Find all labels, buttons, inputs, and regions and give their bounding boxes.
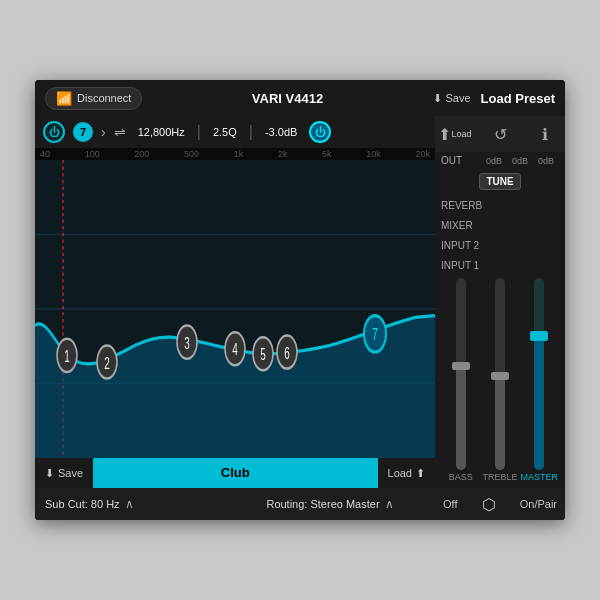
q-value: 2.5Q: [209, 124, 241, 140]
load-right-button[interactable]: ⬆ Load: [441, 120, 469, 148]
preset-name[interactable]: Club: [93, 458, 377, 488]
info-button[interactable]: ℹ: [531, 120, 559, 148]
power-right-button[interactable]: ⏻: [309, 121, 331, 143]
bass-fader-col: BASS: [441, 278, 480, 484]
right-footer: Off ⬡ On/Pair: [435, 488, 565, 520]
load-bottom-button[interactable]: Load ⬆: [378, 467, 435, 480]
ch3-db-label: 0dB: [533, 156, 559, 166]
load-right-label: Load: [451, 129, 471, 139]
svg-text:2: 2: [104, 354, 110, 372]
reverb-row: REVERB: [435, 194, 565, 214]
right-panel: ⬆ Load ↺ ℹ OUT 0dB 0dB 0dB TUNE: [435, 116, 565, 520]
input2-label: INPUT 2: [441, 240, 479, 251]
load-bottom-label: Load: [388, 467, 412, 479]
treble-fader-col: TREBLE: [480, 278, 519, 484]
device-name: VARI V4412: [152, 91, 422, 106]
ch1-db-label: 0dB: [481, 156, 507, 166]
download-icon: ⬇: [433, 92, 442, 105]
top-bar: 📶 Disconnect VARI V4412 ⬇ Save Load Pres…: [35, 80, 565, 116]
footer: Sub Cut: 80 Hz ∧ Routing: Stereo Master …: [35, 488, 435, 520]
sub-cut-item: Sub Cut: 80 Hz ∧: [45, 497, 235, 511]
bass-fader-fill: [456, 364, 466, 470]
wifi-icon: 📶: [56, 91, 72, 106]
save-top-button[interactable]: ⬇ Save: [433, 92, 471, 105]
load-upload-icon: ⬆: [416, 467, 425, 480]
frequency-value: 12,800Hz: [134, 124, 189, 140]
mixer-label: MIXER: [441, 220, 473, 231]
input1-label: INPUT 1: [441, 260, 479, 271]
master-label: MASTER: [521, 472, 559, 482]
svg-text:6: 6: [284, 344, 290, 362]
ch2-db-label: 0dB: [507, 156, 533, 166]
history-icon: ↺: [494, 125, 507, 144]
off-item[interactable]: Off: [443, 498, 457, 510]
on-pair-item[interactable]: On/Pair: [520, 498, 557, 510]
routing-label: Routing: Stereo Master: [266, 498, 379, 510]
treble-fader-fill: [495, 374, 505, 470]
master-fader-thumb[interactable]: [530, 331, 548, 341]
load-icon: ⬆: [438, 125, 451, 144]
mixer-row: MIXER: [435, 214, 565, 234]
right-top-bar: ⬆ Load ↺ ℹ: [435, 116, 565, 152]
freq-labels: 40 100 200 500 1k 2k 5k 10k 20k: [35, 148, 435, 160]
save-top-label: Save: [446, 92, 471, 104]
master-fader-col: MASTER: [520, 278, 559, 484]
input2-row: INPUT 2: [435, 234, 565, 254]
eq-controls-bar: ⏻ 7 › ⇌ 12,800Hz | 2.5Q | -3.0dB ⏻: [35, 116, 435, 148]
bluetooth-icon: ⬡: [482, 495, 496, 514]
tune-row: TUNE: [435, 169, 565, 194]
eq-section: ⏻ 7 › ⇌ 12,800Hz | 2.5Q | -3.0dB ⏻ 40 10…: [35, 116, 435, 520]
master-fader-fill: [534, 336, 544, 470]
bass-label: BASS: [449, 472, 473, 482]
reverb-label: REVERB: [441, 200, 482, 211]
eq-bottom-bar: ⬇ Save Club Load ⬆: [35, 458, 435, 488]
off-label: Off: [443, 498, 457, 510]
tune-button[interactable]: TUNE: [479, 173, 520, 190]
history-button[interactable]: ↺: [486, 120, 514, 148]
main-area: ⏻ 7 › ⇌ 12,800Hz | 2.5Q | -3.0dB ⏻ 40 10…: [35, 116, 565, 520]
disconnect-label: Disconnect: [77, 92, 131, 104]
load-preset-button[interactable]: Load Preset: [481, 91, 555, 106]
input1-row: INPUT 1: [435, 254, 565, 274]
save-download-icon: ⬇: [45, 467, 54, 480]
routing-chevron[interactable]: ∧: [385, 497, 394, 511]
power-left-button[interactable]: ⏻: [43, 121, 65, 143]
bluetooth-item[interactable]: ⬡: [482, 495, 496, 514]
out-label: OUT: [441, 155, 481, 166]
svg-text:1: 1: [64, 347, 70, 365]
filter-icon: ⇌: [114, 124, 126, 140]
info-icon: ℹ: [542, 125, 548, 144]
treble-label: TREBLE: [482, 472, 517, 482]
master-fader-track[interactable]: [534, 278, 544, 470]
treble-fader-track[interactable]: [495, 278, 505, 470]
svg-text:4: 4: [232, 341, 238, 359]
sub-cut-label: Sub Cut: 80 Hz: [45, 498, 120, 510]
svg-text:3: 3: [184, 334, 190, 352]
routing-item: Routing: Stereo Master ∧: [235, 497, 425, 511]
treble-fader-thumb[interactable]: [491, 372, 509, 380]
save-bottom-button[interactable]: ⬇ Save: [35, 467, 93, 480]
bass-fader-track[interactable]: [456, 278, 466, 470]
svg-text:5: 5: [260, 346, 266, 364]
faders-area: BASS TREBLE MASTER: [435, 274, 565, 488]
band-next-button[interactable]: ›: [101, 124, 106, 140]
sub-cut-chevron[interactable]: ∧: [125, 497, 134, 511]
app-container: 📶 Disconnect VARI V4412 ⬇ Save Load Pres…: [35, 80, 565, 520]
bass-fader-thumb[interactable]: [452, 362, 470, 370]
on-pair-label: On/Pair: [520, 498, 557, 510]
eq-graph[interactable]: 1 2 3 4 5 6: [35, 160, 435, 458]
band-number: 7: [73, 122, 93, 142]
save-bottom-label: Save: [58, 467, 83, 479]
gain-value: -3.0dB: [261, 124, 301, 140]
svg-text:7: 7: [372, 326, 378, 344]
channel-header: OUT 0dB 0dB 0dB: [435, 152, 565, 169]
disconnect-button[interactable]: 📶 Disconnect: [45, 87, 142, 110]
